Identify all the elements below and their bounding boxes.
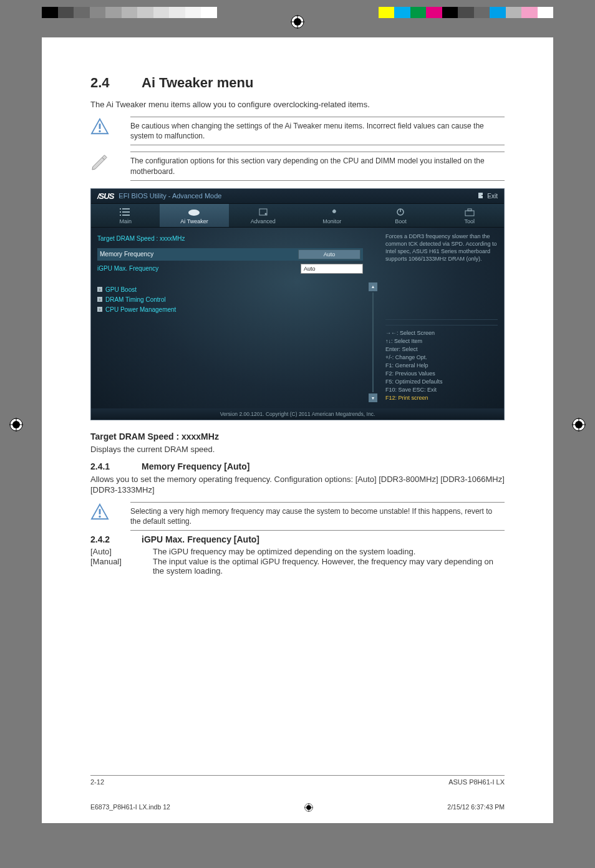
exit-icon [478,193,485,199]
scroll-down-button[interactable]: ▾ [369,393,377,402]
igpu-frequency-value[interactable]: Auto [301,264,363,274]
section-intro: The Ai Tweaker menu items allow you to c… [90,100,505,109]
exit-label: Exit [487,193,498,200]
cloud-icon [188,208,200,216]
chevron-right-icon: › [97,307,102,312]
print-footer: E6873_P8H61-I LX.indb 12 2/15/12 6:37:43… [90,803,505,812]
tab-advanced[interactable]: Advanced [229,204,298,227]
row-242-auto: [Auto]The iGPU frequency may be optimize… [90,547,505,556]
svg-rect-19 [122,211,130,213]
section-title: 2.4Ai Tweaker menu [90,75,505,91]
svg-point-24 [264,213,266,215]
igpu-frequency-row[interactable]: iGPU Max. Frequency Auto [97,264,363,274]
pen-icon [90,153,109,170]
page-footer: 2-12 ASUS P8H61-I LX [90,775,505,786]
bios-title: EFI BIOS Utility - Advanced Mode [119,192,221,200]
tab-main[interactable]: Main [91,204,160,227]
page-number: 2-12 [90,778,104,786]
sub-dram-timing[interactable]: ›DRAM Timing Control [97,296,363,303]
chevron-right-icon: › [97,297,102,302]
sub-cpu-power[interactable]: ›CPU Power Management [97,306,363,313]
registration-mark-bottom [304,803,313,812]
memory-frequency-value[interactable]: Auto [298,249,360,259]
list-icon [120,208,131,216]
heading-target-dram: Target DRAM Speed : xxxxMHz [90,432,505,441]
svg-rect-21 [122,215,130,216]
igpu-frequency-label: iGPU Max. Frequency [97,265,301,272]
svg-point-31 [99,516,100,518]
svg-rect-20 [120,215,121,216]
page: 2.4Ai Tweaker menu The Ai Tweaker menu i… [42,37,553,823]
svg-rect-13 [99,123,101,128]
memory-frequency-row[interactable]: Memory Frequency Auto [97,248,363,261]
warning-icon [90,503,109,521]
sub-gpu-boost[interactable]: ›GPU Boost [97,286,363,293]
tab-tool[interactable]: Tool [435,204,504,227]
chevron-right-icon: › [97,287,102,292]
bios-scrollbar[interactable]: ▴ ▾ [368,282,378,402]
print-filename: E6873_P8H61-I LX.indb 12 [90,803,170,812]
row-242-manual: [Manual]The input value is the optimal i… [90,557,505,576]
bios-version-footer: Version 2.00.1201. Copyright (C) 2011 Am… [91,408,504,420]
registration-mark-top [291,15,304,29]
warning-text-2: Selecting a very high memory frequency m… [130,502,505,531]
svg-rect-18 [120,211,121,213]
heading-242: 2.4.2iGPU Max. Frequency [Auto] [90,534,505,544]
warning-icon [90,118,109,135]
chip-icon [258,208,268,216]
note-box-1: The configuration options for this secti… [90,152,505,180]
power-icon [396,208,405,216]
wrench-icon [327,208,337,216]
tab-ai-tweaker[interactable]: Ai Tweaker [160,204,228,227]
target-dram-line: Target DRAM Speed : xxxxMHz [97,235,363,242]
svg-rect-17 [122,208,130,210]
svg-rect-16 [120,208,121,210]
toolbox-icon [465,208,475,216]
exit-button[interactable]: Exit [478,193,498,200]
note-text-1: The configuration options for this secti… [130,152,505,180]
svg-point-14 [99,130,100,132]
warning-text-1: Be cautious when changing the settings o… [130,117,505,145]
bios-screenshot: /SUS EFI BIOS Utility - Advanced Mode Ex… [90,188,505,420]
bios-help-text: Forces a DDR3 frequency slower than the … [385,233,498,320]
scroll-track [372,292,374,392]
text-241: Allows you to set the memory operating f… [90,474,505,496]
registration-mark-right [572,418,586,432]
memory-frequency-label: Memory Frequency [100,251,298,258]
section-title-text: Ai Tweaker menu [142,75,253,90]
warning-box-1: Be cautious when changing the settings o… [90,117,505,145]
tab-boot[interactable]: Boot [366,204,435,227]
tab-monitor[interactable]: Monitor [298,204,366,227]
svg-rect-30 [99,509,101,514]
colorbar-right [379,7,554,18]
svg-rect-27 [465,211,474,216]
asus-logo: /SUS [97,191,114,201]
print-timestamp: 2/15/12 6:37:43 PM [447,803,505,812]
svg-rect-28 [468,209,472,211]
bios-tab-bar: Main Ai Tweaker Advanced Monitor Boot To… [91,204,504,228]
warning-box-2: Selecting a very high memory frequency m… [90,502,505,531]
bios-key-legend: →←: Select Screen ↑↓: Select Item Enter:… [385,325,498,402]
scroll-up-button[interactable]: ▴ [369,282,377,291]
heading-241: 2.4.1Memory Frequency [Auto] [90,461,505,471]
registration-mark-left [9,418,23,432]
doc-model: ASUS P8H61-I LX [448,778,505,786]
colorbar-left [42,7,217,18]
section-number: 2.4 [90,75,142,91]
svg-point-22 [188,210,200,216]
text-target-dram: Displays the current DRAM speed. [90,444,505,455]
